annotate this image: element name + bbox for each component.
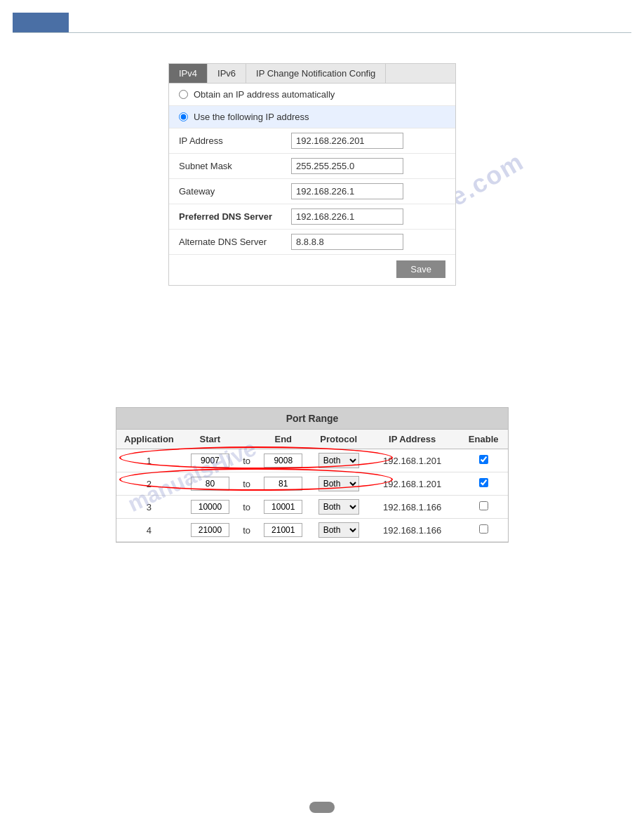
col-header-protocol: Protocol — [311, 430, 365, 449]
row3-enable-checkbox[interactable] — [479, 501, 488, 510]
col-header-ip: IP Address — [365, 430, 459, 449]
row3-start-cell — [182, 496, 239, 519]
radio-auto[interactable] — [179, 90, 188, 99]
preferred-dns-input[interactable] — [291, 208, 403, 225]
row4-proto-select[interactable]: Both TCP UDP — [318, 522, 359, 538]
subnet-mask-row: Subnet Mask — [169, 154, 455, 179]
radio-auto-row: Obtain an IP address automatically — [169, 84, 455, 106]
col-header-end: End — [255, 430, 311, 449]
row4-start-input[interactable] — [191, 523, 229, 537]
port-range-title: Port Range — [116, 408, 508, 430]
ip-config-panel: IPv4 IPv6 IP Change Notification Config … — [168, 63, 456, 286]
row3-proto-select[interactable]: Both TCP UDP — [318, 499, 359, 515]
row3-ip: 192.168.1.166 — [365, 496, 459, 519]
subnet-mask-input[interactable] — [291, 158, 403, 174]
row4-enable-cell — [459, 519, 508, 542]
row2-to: to — [239, 472, 255, 496]
row3-end-input[interactable] — [264, 500, 302, 514]
row4-start-cell — [182, 519, 239, 542]
radio-manual[interactable] — [179, 112, 188, 121]
table-header-row: Application Start End Protocol IP Addres… — [116, 430, 508, 449]
preferred-dns-label: Preferred DNS Server — [179, 211, 291, 222]
row2-app: 2 — [116, 472, 182, 496]
row2-proto-select[interactable]: Both TCP UDP — [318, 476, 359, 491]
row2-enable-checkbox[interactable] — [479, 478, 488, 487]
table-row: 1 to Both TCP UDP 192.168.1.201 — [116, 449, 508, 472]
gateway-row: Gateway — [169, 179, 455, 204]
row2-proto-cell: Both TCP UDP — [311, 472, 365, 496]
row1-to: to — [239, 449, 255, 472]
row3-app: 3 — [116, 496, 182, 519]
row2-start-input[interactable] — [191, 477, 229, 491]
row1-proto-cell: Both TCP UDP — [311, 449, 365, 472]
top-divider — [13, 32, 631, 33]
row3-to: to — [239, 496, 255, 519]
port-range-panel: Port Range Application Start End Protoco… — [116, 407, 509, 543]
row4-end-cell — [255, 519, 311, 542]
radio-auto-label: Obtain an IP address automatically — [194, 89, 335, 100]
row1-enable-checkbox[interactable] — [479, 455, 488, 464]
row4-enable-checkbox[interactable] — [479, 524, 488, 534]
table-row: 2 to Both TCP UDP 192.168.1.201 — [116, 472, 508, 496]
tab-ip-change[interactable]: IP Change Notification Config — [246, 64, 386, 83]
row1-start-cell — [182, 449, 239, 472]
tab-ipv4[interactable]: IPv4 — [169, 64, 208, 83]
table-row: 3 to Both TCP UDP 192.168.1.166 — [116, 496, 508, 519]
row4-app: 4 — [116, 519, 182, 542]
alternate-dns-row: Alternate DNS Server — [169, 230, 455, 255]
row4-end-input[interactable] — [264, 523, 302, 537]
save-row: Save — [169, 255, 455, 285]
row3-start-input[interactable] — [191, 500, 229, 514]
ip-address-label: IP Address — [179, 135, 291, 146]
preferred-dns-row: Preferred DNS Server — [169, 204, 455, 230]
alternate-dns-label: Alternate DNS Server — [179, 237, 291, 247]
row3-proto-cell: Both TCP UDP — [311, 496, 365, 519]
row2-ip: 192.168.1.201 — [365, 472, 459, 496]
ip-tabs: IPv4 IPv6 IP Change Notification Config — [169, 64, 455, 84]
col-header-application: Application — [116, 430, 182, 449]
gateway-input[interactable] — [291, 183, 403, 199]
tab-ipv6[interactable]: IPv6 — [208, 64, 246, 83]
row4-to: to — [239, 519, 255, 542]
port-range-table: Application Start End Protocol IP Addres… — [116, 430, 508, 542]
row1-ip: 192.168.1.201 — [365, 449, 459, 472]
row3-end-cell — [255, 496, 311, 519]
top-bar-accent — [13, 13, 69, 32]
row2-start-cell — [182, 472, 239, 496]
col-header-to — [239, 430, 255, 449]
table-row: 4 to Both TCP UDP 192.168.1.166 — [116, 519, 508, 542]
radio-manual-label: Use the following IP address — [194, 112, 309, 122]
save-button[interactable]: Save — [396, 260, 445, 278]
col-header-start: Start — [182, 430, 239, 449]
row2-enable-cell — [459, 472, 508, 496]
row1-end-input[interactable] — [264, 454, 302, 468]
row2-end-cell — [255, 472, 311, 496]
page-indicator — [309, 802, 335, 813]
row1-start-input[interactable] — [191, 454, 229, 468]
row4-proto-cell: Both TCP UDP — [311, 519, 365, 542]
ip-address-input[interactable] — [291, 133, 403, 149]
row1-enable-cell — [459, 449, 508, 472]
row1-proto-select[interactable]: Both TCP UDP — [318, 453, 359, 468]
row1-end-cell — [255, 449, 311, 472]
col-header-enable: Enable — [459, 430, 508, 449]
row4-ip: 192.168.1.166 — [365, 519, 459, 542]
row2-end-input[interactable] — [264, 477, 302, 491]
alternate-dns-input[interactable] — [291, 234, 403, 250]
subnet-mask-label: Subnet Mask — [179, 161, 291, 171]
gateway-label: Gateway — [179, 186, 291, 197]
row3-enable-cell — [459, 496, 508, 519]
row1-app: 1 — [116, 449, 182, 472]
radio-manual-row: Use the following IP address — [169, 106, 455, 128]
ip-address-row: IP Address — [169, 128, 455, 154]
